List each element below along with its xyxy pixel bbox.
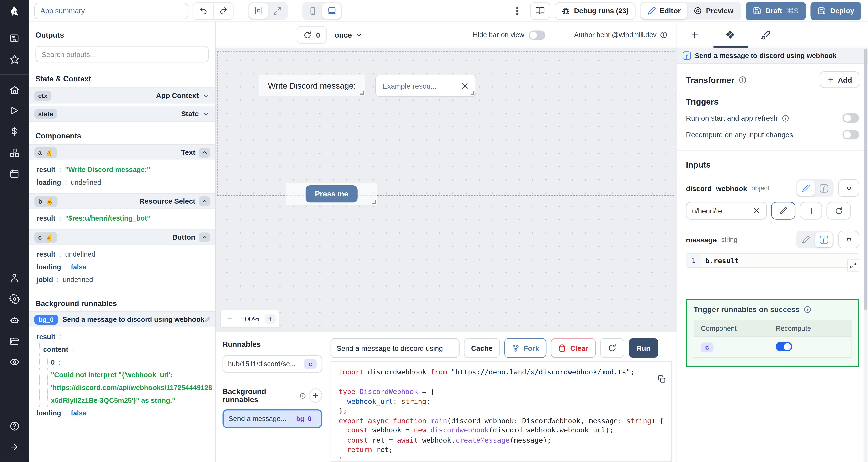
bg0-row[interactable]: bg_0 Send a message to discord using web… [29, 311, 215, 328]
collapse-chevron-up-icon[interactable] [199, 232, 210, 242]
clear-button[interactable]: Clear [551, 338, 595, 358]
app-canvas[interactable]: Write Discord message: Example resou... … [216, 48, 676, 332]
eval-f-mode-button[interactable]: f [815, 232, 833, 247]
draft-button[interactable]: Draft ⌘S [745, 1, 806, 20]
resize-handle[interactable] [471, 91, 474, 95]
docs-book-button[interactable] [530, 2, 550, 20]
static-pen-mode-button[interactable] [797, 180, 815, 196]
hand-pointer-icon: ☝ [45, 197, 54, 205]
kebab-menu-icon[interactable]: ⋮ [508, 6, 526, 16]
runnable-name-input[interactable]: Send a message to discord using [331, 338, 460, 358]
edit-resource-button[interactable] [771, 202, 796, 220]
ctx-badge: ctx [34, 90, 51, 100]
static-pen-mode-button[interactable] [797, 232, 815, 247]
frequency-dropdown[interactable]: once [335, 31, 363, 39]
eval-f-mode-button[interactable]: f [815, 180, 833, 196]
favorites-star-icon[interactable] [0, 48, 29, 70]
pencil-icon [648, 7, 656, 15]
cache-button[interactable]: Cache [464, 338, 500, 358]
state-row[interactable]: state State [29, 106, 215, 122]
clear-x-icon[interactable] [461, 81, 469, 90]
undo-button[interactable] [193, 2, 213, 19]
collapse-arrow-icon[interactable] [0, 436, 29, 458]
settings-gear-icon[interactable] [0, 288, 29, 309]
tab-insert-plus-icon[interactable] [677, 22, 712, 47]
runs-play-icon[interactable] [0, 100, 29, 121]
collapse-chevron-up-icon[interactable] [199, 147, 210, 157]
tab-editor[interactable]: Editor [641, 2, 687, 19]
collapse-chevron-up-icon[interactable] [199, 196, 210, 206]
chevron-down-icon[interactable] [202, 110, 210, 118]
deploy-button[interactable]: Deploy [810, 1, 861, 20]
run-on-start-toggle[interactable] [842, 113, 859, 123]
zoom-level: 100% [241, 315, 259, 323]
variables-dollar-icon[interactable] [0, 121, 29, 142]
output-key: content [43, 345, 78, 353]
home-icon[interactable] [0, 79, 29, 100]
fork-icon [512, 344, 520, 352]
hide-bar-toggle[interactable] [529, 30, 545, 39]
resize-handle[interactable] [361, 91, 364, 95]
edit-pencil-icon[interactable] [204, 317, 210, 323]
copy-clipboard-icon[interactable] [658, 375, 666, 383]
recompute-c-toggle[interactable] [776, 341, 792, 351]
audit-eye-icon[interactable] [0, 351, 29, 372]
message-expression-editor[interactable]: 1 b.result [686, 253, 859, 268]
centered-layout-button[interactable] [249, 3, 268, 19]
refresh-resource-button[interactable] [827, 202, 851, 220]
tab-settings-diamonds-icon[interactable]: ❖ [712, 22, 748, 47]
search-outputs-input[interactable]: Search outputs... [35, 46, 209, 63]
resources-cubes-icon[interactable] [0, 142, 29, 163]
folders-icon[interactable] [0, 330, 29, 351]
clear-x-icon[interactable] [753, 207, 761, 214]
chevron-down-icon[interactable] [202, 92, 210, 99]
resize-handle[interactable] [372, 200, 376, 204]
runnable-item[interactable]: hub/1511/discord/se... c [223, 355, 322, 373]
add-resource-button[interactable] [800, 202, 822, 220]
refresh-code-button[interactable] [600, 338, 624, 358]
apps-icon[interactable] [0, 28, 29, 49]
press-me-button[interactable]: Press me [306, 185, 358, 202]
connect-plug-button[interactable] [838, 231, 859, 249]
bg-runnable-item-label: Send a message... [229, 415, 287, 423]
draft-shortcut: ⌘S [786, 7, 799, 15]
run-button[interactable]: Run [629, 338, 658, 358]
code-editor[interactable]: import discordwebhook from "https://deno… [331, 361, 672, 462]
app-summary-input[interactable]: App summary [34, 2, 188, 19]
component-b-row[interactable]: b☝ Resource Select [29, 193, 215, 209]
ctx-row[interactable]: ctx App Context [29, 87, 215, 103]
users-person-icon[interactable] [0, 267, 29, 288]
resource-picker-input[interactable]: u/henri/te... [686, 202, 767, 220]
expand-icon[interactable] [847, 259, 859, 272]
text-component[interactable]: Write Discord message: [258, 75, 366, 96]
windmill-logo[interactable] [8, 6, 21, 18]
desktop-view-button[interactable] [322, 3, 341, 19]
pencil-icon [802, 184, 810, 192]
fullscreen-layout-button[interactable] [268, 3, 287, 19]
fork-button[interactable]: Fork [504, 338, 547, 358]
bg-runnable-item-selected[interactable]: Send a message... bg_0 [223, 409, 322, 428]
workers-robot-icon[interactable] [0, 309, 29, 330]
component-c-row[interactable]: c☝ Button [29, 229, 215, 245]
tab-styling-brush-icon[interactable] [748, 22, 783, 47]
add-transformer-button[interactable]: Add [820, 71, 859, 88]
component-a-row[interactable]: a☝ Text [29, 144, 215, 160]
schedules-calendar-icon[interactable] [0, 163, 29, 184]
debug-runs-button[interactable]: Debug runs (23) [555, 2, 635, 20]
selected-runnable-header: f Send a message to discord using webhoo… [677, 48, 868, 64]
zoom-out-button[interactable]: − [224, 314, 235, 324]
refresh-count-button[interactable]: 0 [297, 26, 327, 43]
zoom-in-button[interactable]: + [265, 314, 276, 324]
panel-scrollbar[interactable] [864, 48, 867, 462]
redo-button[interactable] [213, 2, 233, 19]
tab-preview[interactable]: Preview [687, 2, 740, 19]
state-badge: state [34, 109, 57, 119]
add-bg-runnable-button[interactable] [309, 388, 322, 403]
mobile-view-button[interactable] [303, 3, 322, 19]
resource-select-component[interactable]: Example resou... [375, 75, 476, 97]
recompute-toggle[interactable] [842, 130, 859, 139]
success-table: Component Recompute c [693, 320, 851, 358]
input-type: object [751, 184, 769, 192]
connect-plug-button[interactable] [838, 179, 859, 197]
help-icon[interactable] [0, 416, 29, 436]
